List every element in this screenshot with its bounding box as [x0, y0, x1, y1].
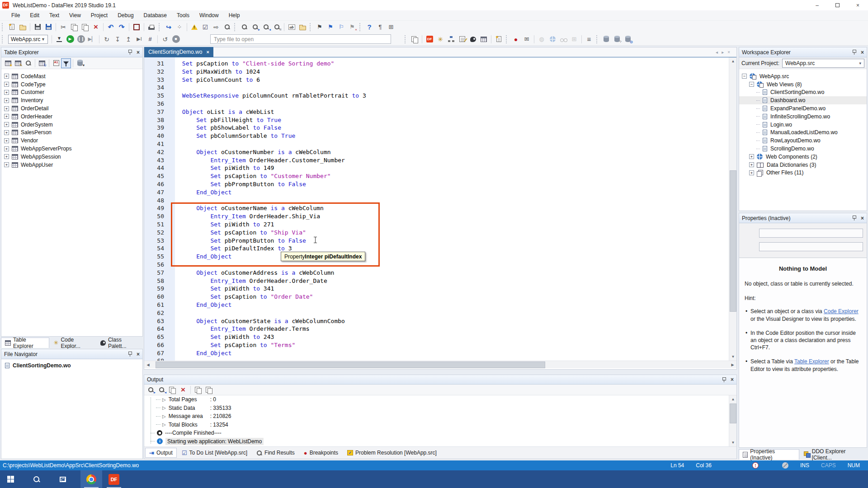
goto-definition-icon[interactable]: ↪ [163, 22, 174, 33]
minimize-button[interactable]: – [807, 0, 827, 10]
table-row[interactable]: +WebAppSession [1, 153, 142, 161]
todo-list-icon[interactable] [189, 22, 200, 33]
error-indicator-icon[interactable]: ! [752, 462, 759, 469]
output-collapse-icon[interactable] [203, 385, 214, 395]
new-from-template-icon[interactable]: ★ [493, 34, 504, 45]
tab-scroll-left-icon[interactable]: ◂ [716, 50, 718, 55]
database-builder-icon[interactable]: ⁘ [612, 34, 623, 45]
close-icon[interactable]: × [861, 215, 864, 221]
bookmark-toggle-icon[interactable]: ⚑ [314, 22, 325, 33]
tree-item[interactable]: ExpandPanelDemo.wo [739, 104, 867, 113]
database-explorer-icon[interactable] [601, 34, 612, 45]
reading-glasses-icon[interactable] [558, 34, 569, 45]
tab-to-do-list-webapp-src[interactable]: ☑To Do List [WebApp.src] [178, 448, 251, 458]
code-line[interactable]: 47 End_Object [144, 188, 736, 197]
tab-list-close-icon[interactable]: × [727, 50, 730, 55]
replace-in-files-icon[interactable] [297, 22, 308, 33]
pin-icon[interactable] [852, 216, 856, 221]
filter-icon[interactable] [61, 58, 71, 68]
expand-icon[interactable]: + [4, 114, 9, 119]
open-file-icon[interactable] [17, 22, 28, 33]
code-line[interactable]: 39 Set pbShowLabel to False [144, 124, 736, 132]
tab-breakpoints[interactable]: ●Breakpoints [300, 448, 342, 458]
code-line[interactable]: 62 [144, 309, 736, 317]
scroll-left-icon[interactable]: ◀ [144, 361, 152, 369]
menu-item-tools[interactable]: Tools [172, 10, 194, 21]
code-line[interactable]: 68 [144, 357, 736, 361]
code-line[interactable]: 45 Set psCaption to "Customer Number" [144, 172, 736, 180]
table-row[interactable]: +Customer [1, 89, 142, 97]
tab-output[interactable]: ⇥Output [145, 448, 177, 458]
code-line[interactable]: 43 Entry_Item OrderHeader.Customer_Numbe… [144, 156, 736, 164]
chrome-taskbar-button[interactable] [80, 470, 102, 488]
expand-icon[interactable]: + [4, 138, 9, 143]
tree-item[interactable]: +Web Components (2) [739, 153, 867, 161]
code-line[interactable]: 35 WebSetResponsive piColumnCount rmTabl… [144, 92, 736, 100]
editor-vertical-scrollbar[interactable]: ▲ ▼ [729, 57, 736, 361]
new-table-icon[interactable]: ★ [3, 58, 13, 68]
code-line[interactable]: 38 Set pbFillHeight to True [144, 116, 736, 124]
tree-item[interactable]: +Other Files (11) [739, 169, 867, 177]
expand-icon[interactable]: + [4, 74, 9, 79]
table-row[interactable]: +SalesPerson [1, 129, 142, 137]
code-line[interactable]: 32 Set piMaxWidth to 1024 [144, 68, 736, 76]
code-line[interactable]: 33 Set piColumnCount to 6 [144, 76, 736, 84]
tree-item[interactable]: Login.wo [739, 121, 867, 129]
output-clear-icon[interactable]: × [178, 385, 189, 395]
whitespace-icon[interactable]: ¶ [375, 22, 386, 33]
tab-ddo-explorer-client[interactable]: DDO Explorer [Client... [800, 449, 867, 460]
table-row[interactable]: +WebAppUser [1, 161, 142, 169]
compile-icon[interactable] [54, 34, 65, 45]
characters-icon[interactable]: ⊞ [386, 22, 396, 33]
code-line[interactable]: 65 Set piWidth to 243 [144, 333, 736, 341]
code-line[interactable]: 40 Set pbColumnSortable to True [144, 132, 736, 140]
save-icon[interactable] [32, 22, 43, 33]
tree-item[interactable]: InfiniteScrollingDemo.wo [739, 113, 867, 121]
code-snippets-icon[interactable] [457, 34, 467, 45]
close-icon[interactable]: × [137, 49, 140, 56]
tree-item[interactable]: ManualLoadedListDemo.wo [739, 129, 867, 137]
tab-table-explorer[interactable]: Table Explorer [1, 338, 49, 348]
save-all-icon[interactable] [43, 22, 54, 33]
tab-properties-inactive[interactable]: Properties (Inactive) [739, 449, 799, 460]
code-line[interactable]: 44 Set piWidth to 149 [144, 164, 736, 172]
close-icon[interactable]: × [137, 351, 140, 357]
paste-icon[interactable] [80, 22, 90, 33]
dataflex-taskbar-button[interactable]: DF [103, 470, 125, 488]
record-macro-icon[interactable] [131, 22, 142, 33]
tree-item[interactable]: +Data Dictionaries (3) [739, 161, 867, 169]
scroll-up-icon[interactable]: ▲ [729, 395, 736, 403]
task-view-button[interactable] [52, 470, 73, 488]
code-line[interactable]: 37 Object oList is a cWebList [144, 108, 736, 116]
scrollbar-thumb[interactable] [730, 404, 736, 423]
expand-icon[interactable]: + [4, 106, 9, 111]
view-table-icon[interactable] [23, 58, 33, 68]
expand-icon[interactable]: + [4, 122, 9, 127]
table-explorer-link[interactable]: Table Explorer [794, 358, 829, 365]
menu-item-edit[interactable]: Edit [25, 10, 44, 21]
edit-table-icon[interactable]: ✎ [13, 58, 23, 68]
code-line[interactable]: 42 Object oCustomerNumber is a cWebColum… [144, 148, 736, 156]
sql-connection-icon[interactable]: ◍ [623, 34, 633, 45]
expand-icon[interactable]: + [4, 154, 9, 159]
expand-icon[interactable]: + [4, 162, 9, 167]
code-line[interactable]: 57 Object oCustomerAddress is a cWebColu… [144, 269, 736, 277]
search-button[interactable] [26, 470, 47, 488]
tree-item[interactable]: RowLayoutDemo.wo [739, 136, 867, 145]
redo-icon[interactable]: ↷ [116, 22, 127, 33]
menu-item-help[interactable]: Help [224, 10, 245, 21]
weblog-viewer-icon[interactable]: ✉ [521, 34, 532, 45]
output-copy-all-icon[interactable] [193, 385, 203, 395]
bookmark-next-icon[interactable]: ⚑ [325, 22, 336, 33]
maximize-button[interactable] [827, 0, 848, 10]
expand-icon[interactable]: + [749, 154, 754, 159]
table-row[interactable]: +Inventory [1, 96, 142, 104]
code-line[interactable]: 63 Object oCustomerState is a cWebColumn… [144, 317, 736, 325]
breakpoints-icon[interactable]: ● [510, 34, 521, 45]
pin-icon[interactable] [128, 352, 132, 357]
export-icon[interactable]: ⇨ [211, 22, 222, 33]
close-button[interactable]: × [848, 0, 868, 10]
panel-layout-icon[interactable] [409, 34, 420, 45]
run-icon[interactable]: ▶ [65, 34, 75, 45]
code-line[interactable]: 60 Set psCaption to "Order Date" [144, 293, 736, 301]
